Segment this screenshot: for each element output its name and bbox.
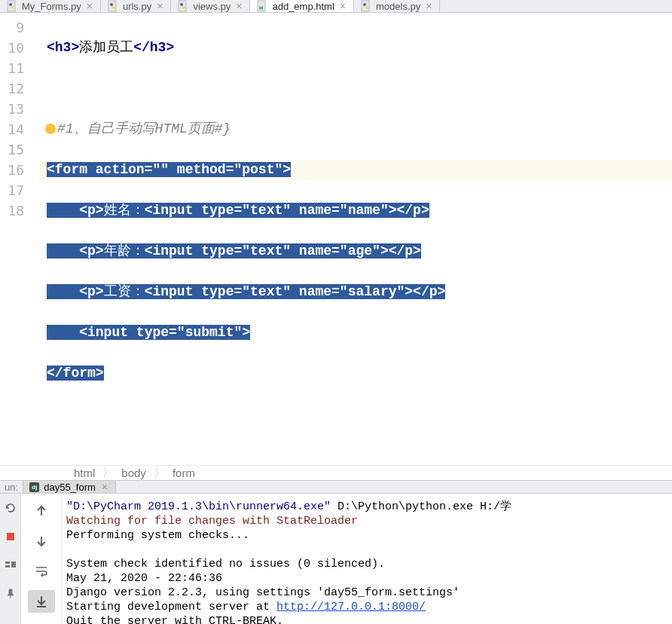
- code-token: <input type="text" name="salary">: [145, 284, 413, 299]
- svg-point-7: [180, 3, 183, 6]
- breadcrumb: html 〉 body 〉 form: [0, 465, 672, 481]
- svg-rect-15: [5, 561, 10, 564]
- breadcrumb-item[interactable]: html: [74, 466, 95, 479]
- code-token: <p>: [79, 243, 103, 258]
- code-token: <h3>: [47, 40, 79, 55]
- console-output[interactable]: "D:\PyCharm 2019.1.3\bin\runnerw64.exe" …: [62, 494, 672, 624]
- svg-rect-14: [7, 533, 14, 540]
- close-icon[interactable]: ×: [338, 0, 347, 12]
- scroll-down-icon[interactable]: [28, 530, 55, 552]
- console-line: Quit the server with CTRL-BREAK.: [66, 615, 283, 624]
- code-token: <form action="" method="post">: [47, 162, 291, 177]
- close-icon[interactable]: ×: [85, 0, 94, 12]
- svg-rect-0: [8, 1, 15, 11]
- code-token: 工资：: [104, 284, 145, 299]
- django-icon: dj: [29, 482, 39, 492]
- fold-gutter: [29, 13, 39, 465]
- code-content[interactable]: <h3>添加员工</h3> #1、自己手动写HTML页面#} <form act…: [39, 13, 672, 465]
- console-line: Django version 2.2.3, using settings 'da…: [66, 586, 460, 599]
- layout-icon[interactable]: [4, 558, 17, 572]
- python-file-icon: [177, 0, 189, 12]
- python-file-icon: [107, 0, 119, 12]
- code-token: <input type="submit">: [79, 325, 250, 340]
- tab-add-emp-html[interactable]: H add_emp.html ×: [250, 0, 354, 12]
- code-token: <input type="text" name="name">: [145, 203, 397, 218]
- tab-label: add_emp.html: [272, 1, 334, 12]
- python-file-icon: [6, 0, 18, 12]
- soft-wrap-icon[interactable]: [28, 560, 55, 583]
- editor-tabs-bar: My_Forms.py × urls.py × views.py × H add…: [0, 0, 672, 13]
- svg-point-5: [112, 6, 115, 9]
- console-line: Starting development server at: [66, 601, 276, 613]
- run-config-name: day55_form: [44, 482, 96, 493]
- svg-rect-3: [108, 1, 116, 11]
- svg-point-8: [182, 6, 185, 9]
- tab-views[interactable]: views.py ×: [171, 0, 250, 12]
- console-line: May 21, 2020 - 22:46:36: [66, 572, 222, 585]
- svg-rect-6: [179, 1, 186, 11]
- run-toolbar: un: dj day55_form ×: [0, 481, 672, 494]
- code-token: </p>: [396, 203, 429, 218]
- console-mid-toolbar: [21, 494, 62, 624]
- scroll-up-icon[interactable]: [28, 500, 55, 522]
- close-icon[interactable]: ×: [155, 0, 164, 12]
- intention-bulb-icon[interactable]: [45, 124, 56, 134]
- svg-point-1: [9, 3, 12, 6]
- breadcrumb-item[interactable]: form: [173, 466, 195, 479]
- svg-rect-11: [362, 1, 369, 11]
- console-panel: "D:\PyCharm 2019.1.3\bin\runnerw64.exe" …: [0, 494, 672, 624]
- pin-icon[interactable]: [4, 587, 17, 601]
- tab-my-forms[interactable]: My_Forms.py ×: [0, 0, 101, 12]
- tab-urls[interactable]: urls.py ×: [101, 0, 171, 12]
- run-label: un:: [0, 482, 23, 493]
- close-icon[interactable]: ×: [234, 0, 243, 12]
- console-line: D:\Python\python.exe H:/学: [331, 500, 512, 513]
- rerun-icon[interactable]: [4, 501, 17, 515]
- chevron-right-icon: 〉: [102, 466, 114, 480]
- code-token: </p>: [413, 284, 445, 299]
- python-file-icon: [360, 0, 372, 12]
- tab-models[interactable]: models.py ×: [354, 0, 440, 12]
- tab-label: models.py: [376, 1, 420, 12]
- code-comment: #1、自己手动写HTML页面#}: [57, 121, 231, 136]
- chevron-right-icon: 〉: [154, 466, 165, 480]
- code-token: </form>: [47, 366, 104, 381]
- run-config-tab[interactable]: dj day55_form ×: [23, 481, 116, 493]
- console-left-toolbar: [0, 494, 21, 624]
- editor-area[interactable]: 9 10 11 12 13 14 15 16 17 18 <h3>添加员工</h…: [0, 13, 672, 465]
- print-icon[interactable]: [28, 620, 55, 624]
- svg-point-4: [110, 3, 113, 6]
- code-token: 年龄：: [104, 243, 145, 258]
- server-url-link[interactable]: http://127.0.0.1:8000/: [276, 601, 426, 613]
- scroll-to-end-icon[interactable]: [28, 590, 55, 613]
- tab-label: views.py: [193, 1, 231, 12]
- code-token: </h3>: [133, 40, 174, 55]
- code-token: <p>: [79, 203, 103, 218]
- tab-label: urls.py: [123, 1, 151, 12]
- svg-rect-16: [5, 565, 10, 567]
- close-icon[interactable]: ×: [100, 481, 109, 493]
- svg-point-13: [365, 6, 368, 9]
- code-token: 添加员工: [79, 40, 133, 55]
- tab-label: My_Forms.py: [22, 1, 81, 12]
- console-line: Performing system checks...: [66, 529, 249, 542]
- svg-point-12: [363, 3, 366, 6]
- code-token: </p>: [389, 243, 421, 258]
- svg-rect-17: [11, 561, 16, 567]
- html-file-icon: H: [256, 0, 268, 12]
- code-token: <input type="text" name="age">: [145, 243, 389, 258]
- line-number-gutter: 9 10 11 12 13 14 15 16 17 18: [0, 13, 29, 465]
- console-line: "D:\PyCharm 2019.1.3\bin\runnerw64.exe": [66, 500, 331, 513]
- svg-point-2: [11, 6, 14, 9]
- console-line: Watching for file changes with StatReloa…: [66, 515, 358, 528]
- breadcrumb-item[interactable]: body: [121, 466, 146, 479]
- close-icon[interactable]: ×: [424, 0, 433, 12]
- console-line: System check identified no issues (0 sil…: [66, 558, 385, 570]
- code-token: <p>: [79, 284, 103, 299]
- stop-icon[interactable]: [4, 530, 17, 543]
- code-token: 姓名：: [104, 203, 145, 218]
- svg-text:H: H: [259, 5, 263, 11]
